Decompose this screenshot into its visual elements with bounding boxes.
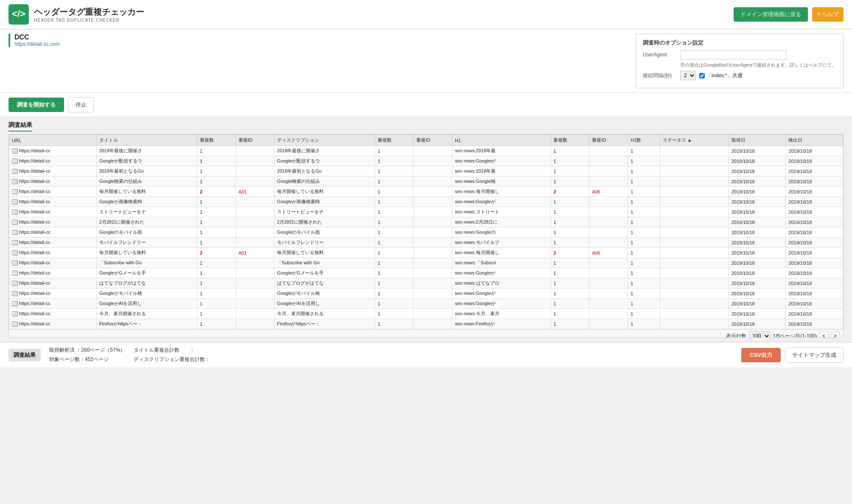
cell-h1count: 1 [628,187,660,197]
cell-h1: seo news:Googleが [452,156,551,166]
cell-dupid2 [414,258,452,268]
table-row[interactable]: ⬜https://detail-cc Googleが画像検索時 1 Google… [9,197,843,207]
table-row[interactable]: ⬜https://detail-cc モバイルフレンドリー 1 モバイルフレンド… [9,238,843,248]
page-info: 1/5ページ目(1-100) [773,333,817,338]
cell-h1: seo news:Googleが [452,197,551,207]
results-table-container[interactable]: URL タイトル 重複数 重複ID ディスクリプション 重複数 重複ID H1 … [8,134,844,338]
cell-h1: seo news:Firefoxが [452,319,551,329]
cell-dup3: 1 [551,207,589,217]
sitemap-generate-button[interactable]: サイトマップ生成 [785,347,844,363]
cell-title: 毎月開催している無料 [96,187,197,197]
col-status[interactable]: ステータス ▲ [660,135,729,146]
cell-dup2: 1 [375,299,414,309]
csv-export-button[interactable]: CSV出力 [741,348,781,362]
prev-page-button[interactable]: < [819,332,828,338]
results-table: URL タイトル 重複数 重複ID ディスクリプション 重複数 重複ID H1 … [9,134,843,329]
cell-dupid3 [589,268,628,278]
cell-dup2: 1 [375,319,414,329]
col-detect[interactable]: 検出日 [786,135,843,146]
col-h1count[interactable]: H1数 [628,135,660,146]
stat-fetched-value: ：260ページ（57%） [76,347,125,353]
cell-fetch: 2019/10/18 [729,309,786,319]
cell-dup1: 2 [197,248,235,258]
cell-dupid2 [414,227,452,238]
col-desc[interactable]: ディスクリプション [274,135,375,146]
cell-desc: モバイルフレンドリー [274,238,375,248]
stop-button[interactable]: 停止 [68,97,94,112]
cell-fetch: 2019/10/18 [729,299,786,309]
col-dupid3[interactable]: 重複ID [589,135,628,146]
table-row[interactable]: ⬜https://detail-cc 今月、束月開催される 1 今月、束月開催さ… [9,309,843,319]
cell-h1: seo news:Googleが [452,299,551,309]
table-row[interactable]: ⬜https://detail-cc はてなブログがはてな 1 はてなブログがは… [9,278,843,288]
footer-stats: 取得解析済 ：260ページ（57%） 対象ページ数：452ページ [49,346,125,364]
rows-per-page-select[interactable]: 100 50 200 [749,331,771,338]
useragent-row: UserAgent [643,50,836,59]
col-url[interactable]: URL [9,135,97,146]
table-row[interactable]: ⬜https://detail-cc 「Subscribe with Go 1 … [9,258,843,268]
page-icon: ⬜ [12,189,18,194]
table-row[interactable]: ⬜https://detail-cc 毎月開催している無料 2 A01 毎月開催… [9,187,843,197]
cell-status [660,299,729,309]
cell-dupid2 [414,156,452,166]
col-fetch[interactable]: 取得日 [729,135,786,146]
stat-fetched-label: 取得解析済 [49,347,75,353]
table-row[interactable]: ⬜https://detail-cc Google検索の仕組み 1 Google… [9,176,843,187]
table-row[interactable]: ⬜https://detail-cc 2月28日に開催された 1 2月28日に開… [9,217,843,227]
cell-dup2: 1 [375,268,414,278]
cell-title: GoogleがAIを活用し [96,299,197,309]
page-icon: ⬜ [12,301,18,306]
cell-dup1: 1 [197,268,235,278]
table-row[interactable]: ⬜https://detail-cc 毎月開催している無料 2 A01 毎月開催… [9,248,843,258]
index-checkbox-label[interactable]: 「index.*」共通 [699,72,743,79]
site-name: DCC [14,34,60,41]
table-row[interactable]: ⬜https://detail-cc 2018年最初となるGo 1 2018年最… [9,166,843,176]
cell-title: 2018年最初となるGo [96,166,197,176]
cell-status [660,248,729,258]
cell-dup3: 1 [551,166,589,176]
col-h1[interactable]: H1 [452,135,551,146]
col-dup1[interactable]: 重複数 [197,135,235,146]
cell-dup1: 1 [197,227,235,238]
useragent-input[interactable] [680,50,786,59]
table-row[interactable]: ⬜https://detail-cc GoogleがAIを活用し 1 Googl… [9,299,843,309]
table-row[interactable]: ⬜https://detail-cc Googleがモバイル検 1 Google… [9,288,843,299]
cell-status [660,146,729,156]
col-title[interactable]: タイトル [96,135,197,146]
table-row[interactable]: ⬜https://detail-cc ストリートビューをナ 1 ストリートビュー… [9,207,843,217]
cell-detect: 2019/10/18 [786,146,843,156]
cell-dup1: 1 [197,156,235,166]
next-page-button[interactable]: > [831,332,840,338]
cell-status [660,197,729,207]
table-row[interactable]: ⬜https://detail-cc Googleのモバイル面 1 Google… [9,227,843,238]
domain-management-button[interactable]: ドメイン管理画面に戻る [734,7,808,22]
cell-url: ⬜https://detail-cc [9,187,97,197]
col-dupid2[interactable]: 重複ID [414,135,452,146]
start-button[interactable]: 調査を開始する [8,98,64,112]
cell-dupid2 [414,176,452,187]
interval-select[interactable]: 2 1 3 5 [680,71,696,80]
cell-url: ⬜https://detail-cc [9,319,97,329]
cell-dup3: 1 [551,288,589,299]
help-button[interactable]: ? ヘルプ [812,7,844,22]
table-row[interactable]: ⬜https://detail-cc Firefoxがhttpsペー： 1 Fi… [9,319,843,329]
col-dup3[interactable]: 重複数 [551,135,589,146]
col-dup2[interactable]: 重複数 [375,135,414,146]
app-subtitle: HEADER TAG DUPLICATE CHECKER [34,18,144,22]
cell-dupid3 [589,176,628,187]
table-row[interactable]: ⬜https://detail-cc 2018年最後に開催さ 1 2018年最後… [9,146,843,156]
table-row[interactable]: ⬜https://detail-cc Googleが配信するウ 1 Google… [9,156,843,166]
table-row[interactable]: ⬜https://detail-cc GoogleがGメールを手 1 Googl… [9,268,843,278]
cell-h1: seo news:Googleが [452,288,551,299]
cell-dup1: 1 [197,319,235,329]
index-checkbox[interactable] [699,73,705,78]
interval-row: 接続間隔(秒) 2 1 3 5 「index.*」共通 [643,71,836,80]
cell-dupid3 [589,166,628,176]
col-dupid1[interactable]: 重複ID [235,135,274,146]
cell-dupid1 [235,278,274,288]
cell-fetch: 2019/10/18 [729,176,786,187]
cell-status [660,227,729,238]
cell-dupid3 [589,319,628,329]
header-left: </> ヘッダータグ重複チェッカー HEADER TAG DUPLICATE C… [8,4,144,25]
cell-title: 2018年最後に開催さ [96,146,197,156]
